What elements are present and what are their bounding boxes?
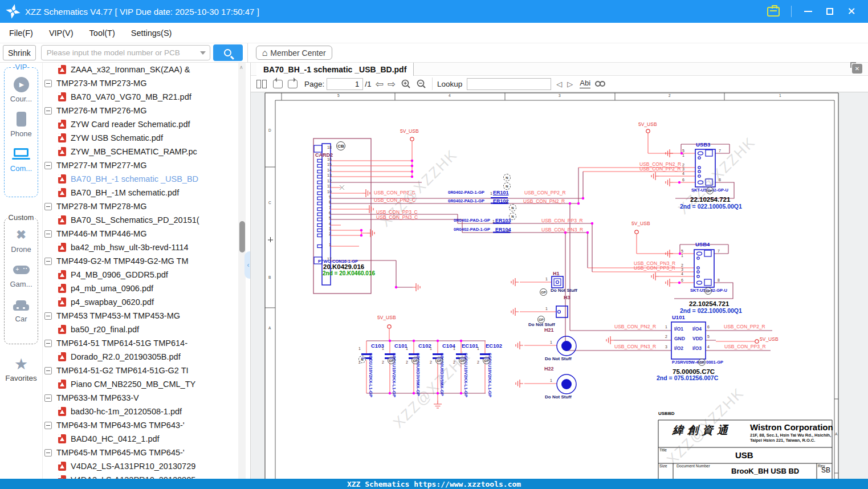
net: USB_CON_PN2_R (614, 324, 656, 329)
tree-item[interactable]: p4_swapbay_0620.pdf (43, 295, 251, 309)
search-all-icon[interactable] (595, 81, 605, 87)
tree-group[interactable]: TMP446-M TMP446-MG (43, 227, 251, 241)
menu-file[interactable]: File(F) (9, 28, 33, 38)
collapse-icon[interactable] (44, 80, 52, 87)
zoom-in-icon[interactable] (401, 79, 411, 89)
document-tab[interactable]: BA70_BH_-1 schematic _USB_BD.pdf (256, 63, 414, 76)
tree-group[interactable]: TMP278-M TMP278-MG (43, 199, 251, 213)
collapse-icon[interactable] (44, 230, 52, 238)
tree-item[interactable]: P4_MB_0906_GDDR5.pdf (43, 268, 251, 282)
collapse-icon[interactable] (44, 340, 52, 347)
sidebar-item-drone[interactable]: Drone (5, 226, 38, 254)
pin: 3 (682, 167, 684, 171)
tree-group[interactable]: TMP276-M TMP276-MG (43, 104, 251, 117)
pin: 3 (329, 227, 331, 231)
tree-item[interactable]: bad30-hc-1m_20120508-1.pdf (43, 405, 251, 418)
ruler-col-1: 1 (779, 94, 781, 98)
pin: 1 (453, 347, 455, 351)
sidebar-item-com[interactable]: Com... (5, 145, 38, 173)
collapse-icon[interactable] (44, 203, 52, 210)
collapse-icon[interactable] (44, 449, 52, 457)
tree-item[interactable]: ZYW Card reader Schematic.pdf (43, 117, 251, 131)
collapse-icon[interactable] (44, 367, 52, 374)
tree-item[interactable]: Piano CM_NB2250_MB_CML_TY (43, 377, 251, 391)
maximize-button[interactable] (821, 4, 838, 19)
tree-scrollbar-thumb[interactable] (239, 221, 245, 252)
scroll-up-icon[interactable]: ∧ (239, 64, 243, 70)
close-button[interactable]: ✕ (843, 4, 860, 19)
menu-settings[interactable]: Settings(S) (131, 28, 172, 38)
tree-group[interactable]: TMP277-M TMP277-MG (43, 158, 251, 172)
vip-briefcase-icon[interactable] (767, 7, 780, 17)
model-search-input[interactable] (41, 45, 210, 60)
tree-item[interactable]: ba50_r20_final.pdf (43, 323, 251, 336)
home-icon: ⌂ (262, 48, 268, 58)
pdf-icon (58, 120, 66, 129)
tree-group[interactable]: TMP614-51 TMP614-51G TMP614- (43, 336, 251, 350)
tree-item[interactable]: ZYW USB Schematic.pdf (43, 131, 251, 145)
sidebar-item-favorites[interactable]: Favorites (4, 356, 38, 382)
two-page-view-icon[interactable] (255, 76, 268, 91)
tree-item[interactable]: V4DA2_LS-A132PR10_20120805 (43, 473, 251, 479)
tree-item[interactable]: BA70_SL_Schematics_PD_20151( (43, 213, 251, 227)
tree-item[interactable]: Dorado_R2.0_20190305B.pdf (43, 350, 251, 364)
tree-item[interactable]: ZYW_MB_SCHEMATIC_RAMP.pc (43, 145, 251, 158)
sidebar-item-car[interactable]: Car (5, 296, 38, 323)
collapse-icon[interactable] (44, 258, 52, 265)
match-case-icon[interactable]: Abi (580, 79, 590, 88)
tree-item[interactable]: BA70_BH_-1M schematic.pdf (43, 186, 251, 199)
pin: 3 (665, 345, 667, 349)
titleblock-cn: 緯創資通 (673, 425, 732, 435)
titleblock-company: Wistron Corporation (750, 423, 833, 431)
rotate-right-icon[interactable] (288, 80, 298, 88)
pin: 8 (718, 278, 720, 282)
menu-tool[interactable]: Tool(T) (89, 28, 115, 38)
tree-group[interactable]: TMP643-M TMP643-MG TMP643-' (43, 418, 251, 432)
collapse-icon[interactable] (44, 394, 52, 402)
page-number-input[interactable] (327, 78, 363, 90)
shrink-button[interactable]: Shrink (3, 45, 36, 60)
collapse-icon[interactable] (44, 162, 52, 169)
part-er102: 0R0402-PAD-1-GP (448, 199, 484, 203)
stamp-cb: CB (336, 141, 345, 150)
sidebar-item-gam[interactable]: Gam... (5, 261, 38, 288)
tree-item[interactable]: ba42_mb_hsw_ult-3b-revd-1114 (43, 241, 251, 254)
ruler-row-a-right: A (835, 433, 837, 437)
tree-item[interactable]: BAD40_HC_0412_1.pdf (43, 432, 251, 446)
collapse-icon[interactable] (44, 422, 52, 429)
close-tab-icon[interactable]: ✕ (852, 64, 862, 74)
tree-group[interactable]: TMP273-M TMP273-MG (43, 76, 251, 90)
tree-group[interactable]: TMP645-M TMP645-MG TMP645-' (43, 446, 251, 459)
next-page-icon[interactable]: ⇨ (388, 79, 396, 89)
sidebar-item-cour[interactable]: Cour... (5, 76, 38, 103)
previous-page-icon[interactable]: ⇦ (376, 79, 384, 89)
rotate-left-icon[interactable] (273, 80, 283, 88)
menu-vip[interactable]: VIP(V) (49, 28, 74, 38)
find-next-icon[interactable]: ▷ (567, 80, 573, 88)
schematic-viewport[interactable]: 54321DCBAAXZZ@XZZHKXZZ@XZZHKXZZ@XZZHKXZZ… (251, 92, 868, 479)
tree-group[interactable]: TMP614-51-G2 TMP614-51G-G2 TI (43, 364, 251, 377)
tree-group[interactable]: TMP633-M TMP633-V (43, 391, 251, 405)
collapse-icon[interactable] (44, 312, 52, 320)
sidebar-item-phone[interactable]: Phone (5, 111, 38, 138)
pin: 2 (682, 163, 684, 167)
tree-item[interactable]: BA70_VA70_VG70_MB_R21.pdf (43, 90, 251, 104)
lookup-input[interactable] (467, 78, 551, 90)
collapse-icon[interactable] (44, 107, 52, 115)
tree-item[interactable]: p4_mb_uma_0906.pdf (43, 282, 251, 295)
tree-item[interactable]: V4DA2_LS-A131PR10_20130729 (43, 459, 251, 473)
chevron-down-icon[interactable] (200, 51, 206, 55)
pinlbl: VDD (692, 336, 703, 341)
zoom-out-icon[interactable] (416, 79, 426, 89)
status-text: XZZ Schematics https://www.xzztools.com (347, 480, 521, 488)
tree-item[interactable]: ZAAA_x32_Ironman_SK(ZAA) & (43, 63, 251, 76)
find-previous-icon[interactable]: ◁ (556, 80, 562, 88)
pin: 7 (719, 149, 721, 153)
search-button[interactable] (213, 44, 243, 61)
minimize-button[interactable] (800, 4, 817, 19)
val2-u101: 2nd = 075.01256.007C (657, 375, 718, 381)
tree-group[interactable]: TMP449-G2-M TMP449-G2-MG TM (43, 254, 251, 268)
tree-item[interactable]: BA70_BH_-1 schematic _USB_BD (43, 172, 251, 186)
member-center-button[interactable]: ⌂ Member Center (256, 46, 332, 60)
tree-group[interactable]: TMP453 TMP453-M TMP453-MG (43, 309, 251, 323)
